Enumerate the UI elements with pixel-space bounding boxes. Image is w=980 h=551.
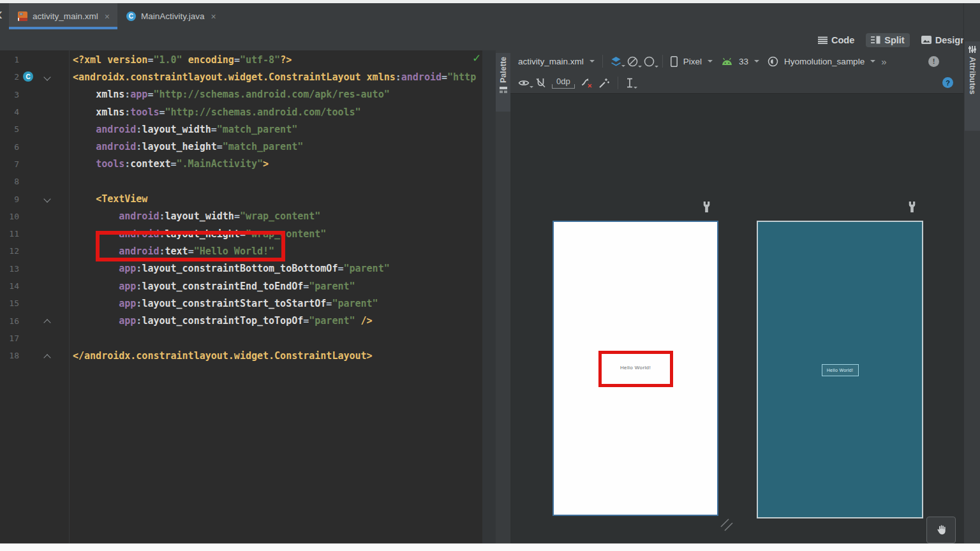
device-dropdown[interactable]: Pixel bbox=[683, 57, 702, 66]
align-ibeam-icon bbox=[626, 78, 634, 88]
textview-hello-world-blueprint[interactable]: Hello World! bbox=[822, 364, 859, 376]
phone-device-icon bbox=[671, 56, 678, 67]
issues-icon[interactable]: ! bbox=[928, 56, 939, 67]
fold-marker-icon[interactable] bbox=[43, 74, 50, 81]
line-number: 14 bbox=[0, 281, 19, 291]
wrench-icon[interactable] bbox=[907, 201, 917, 213]
chevron-down-icon bbox=[590, 60, 595, 62]
line-number: 10 bbox=[0, 212, 19, 221]
view-options-button[interactable] bbox=[518, 78, 530, 87]
code-line[interactable]: 7 tools:context=".MainActivity"> bbox=[0, 156, 482, 173]
night-mode-icon bbox=[644, 56, 655, 67]
gutter-icons bbox=[19, 156, 66, 173]
design-image-icon bbox=[921, 36, 932, 44]
blueprint-preview-surface[interactable]: Hello World! bbox=[757, 221, 923, 518]
autoconnect-magnet-off-icon bbox=[535, 77, 546, 88]
code-line[interactable]: 3 xmlns:app="http://schemas.android.com/… bbox=[0, 86, 482, 103]
clear-constraints-button[interactable] bbox=[581, 77, 593, 89]
close-icon[interactable]: × bbox=[211, 11, 216, 22]
code-text: app:layout_constraintStart_toStartOf="pa… bbox=[73, 298, 378, 309]
tab-mainactivity-java[interactable]: C MainActivity.java × bbox=[117, 3, 224, 29]
code-line[interactable]: 6 android:layout_height="match_parent" bbox=[0, 138, 482, 155]
gutter-icons bbox=[19, 312, 66, 329]
attributes-tab[interactable]: Attributes bbox=[965, 41, 980, 131]
line-number: 12 bbox=[0, 246, 19, 256]
layers-button[interactable] bbox=[611, 56, 621, 66]
infer-constraints-button[interactable] bbox=[598, 77, 610, 89]
pan-hand-icon bbox=[935, 524, 947, 536]
gutter-icons bbox=[19, 190, 66, 207]
code-text: app:layout_constraintTop_toTopOf="parent… bbox=[73, 315, 373, 327]
design-canvas[interactable]: Hello World! Hello World! bbox=[510, 94, 963, 543]
clear-constraints-icon bbox=[581, 77, 593, 89]
code-line[interactable]: 1<?xml version="1.0" encoding="utf-8"?> bbox=[0, 51, 482, 68]
gutter-icons bbox=[19, 138, 66, 155]
gutter-icons bbox=[19, 277, 66, 295]
line-number: 18 bbox=[0, 351, 19, 360]
fold-marker-icon[interactable] bbox=[43, 320, 50, 327]
code-line[interactable]: 16 app:layout_constraintTop_toTopOf="par… bbox=[0, 312, 482, 329]
pan-mode-button[interactable] bbox=[926, 517, 956, 543]
theme-dropdown[interactable]: Hyomolution_sample bbox=[784, 57, 865, 66]
bottom-frame-strip bbox=[0, 543, 980, 551]
design-file-dropdown[interactable]: activity_main.xml bbox=[518, 57, 584, 66]
close-icon[interactable]: × bbox=[105, 11, 110, 22]
line-number: 9 bbox=[0, 195, 19, 204]
tab-activity-main-xml[interactable]: activity_main.xml × bbox=[9, 3, 117, 29]
gutter-icons bbox=[19, 121, 66, 138]
line-number: 7 bbox=[0, 159, 19, 169]
design-toolbar: activity_main.xml bbox=[510, 50, 963, 72]
code-text: <androidx.constraintlayout.widget.Constr… bbox=[73, 71, 476, 83]
back-chevron-icon[interactable]: ‹ bbox=[0, 4, 3, 24]
chevron-down-icon bbox=[870, 60, 875, 62]
editor-design-splitter[interactable] bbox=[482, 50, 496, 543]
fold-marker-icon[interactable] bbox=[43, 196, 50, 203]
code-line[interactable]: 13 app:layout_constraintBottom_toBottomO… bbox=[0, 260, 482, 277]
mode-split-button[interactable]: Split bbox=[866, 33, 909, 47]
gutter-icons bbox=[19, 242, 66, 260]
annotation-box-code bbox=[96, 231, 285, 261]
palette-tab[interactable]: Palette bbox=[496, 53, 510, 112]
no-design-surface-button[interactable] bbox=[627, 56, 638, 67]
night-mode-button[interactable] bbox=[644, 56, 655, 67]
tune-sliders-icon bbox=[969, 46, 976, 53]
code-text: app:layout_constraintEnd_toEndOf="parent… bbox=[73, 281, 355, 292]
code-line[interactable]: 4 xmlns:tools="http://schemas.android.co… bbox=[0, 103, 482, 121]
code-line[interactable]: 18</androidx.constraintlayout.widget.Con… bbox=[0, 347, 482, 364]
android-studio-window: ‹ activity_main.xml × C MainActivity.jav… bbox=[0, 0, 980, 551]
resize-handle-icon[interactable] bbox=[720, 518, 734, 532]
code-editor[interactable]: 1<?xml version="1.0" encoding="utf-8"?>2… bbox=[0, 50, 482, 543]
gutter-icons bbox=[19, 208, 66, 225]
code-area[interactable]: 1<?xml version="1.0" encoding="utf-8"?>2… bbox=[0, 51, 482, 364]
palette-icon bbox=[500, 86, 507, 94]
api-level-dropdown[interactable]: 33 bbox=[739, 57, 748, 66]
code-text: </androidx.constraintlayout.widget.Const… bbox=[73, 350, 373, 362]
help-icon[interactable]: ? bbox=[942, 77, 953, 88]
xml-layout-file-icon bbox=[18, 11, 27, 21]
line-number: 11 bbox=[0, 229, 19, 239]
mode-code-button[interactable]: Code bbox=[813, 33, 859, 47]
class-indicator-icon[interactable]: C bbox=[23, 71, 33, 82]
code-line[interactable]: 5 android:layout_width="match_parent" bbox=[0, 121, 482, 138]
wrench-icon[interactable] bbox=[701, 201, 712, 213]
gutter-icons bbox=[19, 225, 66, 242]
code-line[interactable]: 2C<androidx.constraintlayout.widget.Cons… bbox=[0, 68, 482, 85]
code-line[interactable]: 10 android:layout_width="wrap_content" bbox=[0, 208, 482, 225]
code-line[interactable]: 8 bbox=[0, 173, 482, 190]
fold-marker-icon[interactable] bbox=[43, 354, 50, 361]
toolbar-overflow-chevrons[interactable]: » bbox=[881, 56, 886, 67]
code-line[interactable]: 17 bbox=[0, 330, 482, 347]
inspection-check-icon[interactable]: ✓ bbox=[472, 52, 481, 64]
code-line[interactable]: 15 app:layout_constraintStart_toStartOf=… bbox=[0, 295, 482, 312]
code-text: android:layout_width="wrap_content" bbox=[73, 210, 320, 222]
default-margin-button[interactable]: 0dp bbox=[552, 77, 575, 89]
autoconnect-toggle[interactable] bbox=[535, 77, 546, 88]
align-menu-button[interactable] bbox=[626, 78, 634, 88]
no-design-surface-icon bbox=[627, 56, 638, 67]
code-line[interactable]: 14 app:layout_constraintEnd_toEndOf="par… bbox=[0, 277, 482, 295]
line-number: 3 bbox=[0, 90, 19, 99]
editor-tab-bar: ‹ activity_main.xml × C MainActivity.jav… bbox=[0, 3, 980, 29]
view-mode-bar: Code Split Design bbox=[0, 29, 980, 50]
code-line[interactable]: 9 <TextView bbox=[0, 190, 482, 207]
code-text: xmlns:tools="http://schemas.android.com/… bbox=[73, 107, 361, 118]
